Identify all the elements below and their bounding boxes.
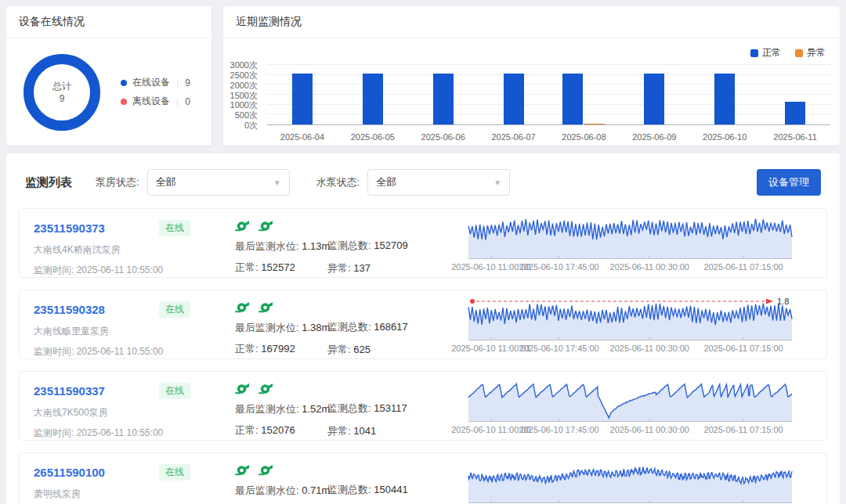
pump-room-status-value: 全部: [156, 175, 176, 189]
pump-room-status-select[interactable]: 全部 ▼: [147, 169, 290, 196]
total-value: 150441: [374, 484, 407, 495]
abnormal-label: 异常:: [327, 262, 351, 274]
sparkline-tick-label: 2025-06-11 00:30:00: [610, 425, 689, 434]
bar-chart-legend: 正常异常: [750, 46, 826, 59]
abnormal-count: 异常: 137: [327, 261, 436, 275]
sparkline-tick-label: 2025-06-10 17:45:00: [519, 425, 599, 434]
water-level-label: 最后监测水位:: [235, 322, 299, 333]
total-label: 监测总数:: [327, 239, 371, 251]
monitor-list-card: 监测列表 泵房状态: 全部 ▼ 水泵状态: 全部 ▼ 设备管理 23: [6, 153, 840, 504]
normal-count: 正常: 167992: [235, 342, 327, 356]
device-id-link[interactable]: 26511590100: [34, 466, 105, 479]
water-level-column: 最后监测水位: 1.13m 正常: 152572: [235, 215, 327, 271]
recent-monitor-bar-chart: 正常异常 0次500次1000次1500次2000次2500次3000次 202…: [223, 38, 840, 146]
monitor-time-value: 2025-06-11 10:55:00: [77, 346, 164, 357]
device-id-link[interactable]: 23511590337: [34, 384, 105, 398]
sparkline-tick-label: 2025-06-11 00:30:00: [610, 262, 689, 272]
monitor-time-value: 2025-06-11 10:55:00: [77, 427, 164, 438]
stats-column: 监测总数: 153117 异常: 1041: [327, 378, 436, 434]
device-name: 萧明线泵房: [34, 488, 190, 501]
stats-column: 监测总数: 150441 异常:: [327, 459, 436, 504]
water-pump-status-value: 全部: [376, 175, 396, 189]
water-level-column: 最后监测水位: 1.38m 正常: 167992: [235, 297, 327, 352]
device-id-link[interactable]: 23511590373: [34, 221, 105, 235]
pump-icon: [258, 382, 273, 394]
device-id-link[interactable]: 23511590328: [34, 303, 105, 316]
pump-icons: [235, 218, 327, 232]
bar-chart-x-axis: 2025-06-042025-06-052025-06-062025-06-07…: [267, 132, 830, 142]
online-count: 9: [185, 77, 190, 88]
last-water-level: 最后监测水位: 1.13m: [235, 239, 327, 254]
legend-item-异常: 异常: [795, 46, 826, 59]
legend-item-正常: 正常: [750, 46, 781, 59]
pump-room-status-filter: 泵房状态: 全部 ▼: [96, 169, 290, 196]
pump-icons: [235, 381, 327, 395]
device-info-column: 26511590100 在线 萧明线泵房 监测时间:: [34, 459, 190, 504]
sparkline-tick-label: 2025-06-11 07:15:00: [703, 262, 783, 272]
sparkline-tick-label: 2025-06-10 17:45:00: [519, 262, 599, 272]
monitor-list-title: 监测列表: [25, 175, 72, 190]
device-manage-button[interactable]: 设备管理: [757, 169, 821, 196]
last-water-level: 最后监测水位: 0.71m: [235, 484, 327, 498]
water-level-sparkline: 1.8 2025-06-10 11:00:012025-06-10 17:45:…: [468, 297, 792, 352]
device-online-body: 总计 9 在线设备 | 9 离线设备 | 0: [6, 38, 212, 146]
total-value: 152709: [374, 239, 407, 251]
legend-divider: |: [176, 77, 179, 88]
water-pump-status-filter: 水泵状态: 全部 ▼: [316, 169, 511, 196]
device-monitor-time: 监测时间: 2025-06-11 10:55:00: [34, 427, 190, 440]
device-donut-chart: 总计 9: [24, 54, 100, 131]
water-level-label: 最后监测水位:: [235, 484, 299, 496]
device-name: 大南线畈里童泵房: [34, 325, 190, 338]
monitor-time-label: 监测时间:: [34, 265, 74, 275]
normal-label: 正常:: [235, 261, 258, 273]
threshold-label: 1.8: [777, 297, 789, 306]
total-label: 监测总数:: [327, 484, 371, 495]
online-status-badge: 在线: [159, 220, 190, 236]
monitor-list-item: 23511590373 在线 大南线4K桥南沈泵房 监测时间: 2025-06-…: [19, 208, 827, 278]
total-count: 监测总数: 153117: [327, 401, 436, 416]
abnormal-value: 625: [353, 344, 371, 355]
device-online-card: 设备在线情况 总计 9 在线设备 | 9: [6, 6, 212, 146]
device-monitor-time: 监测时间: 2025-06-11 10:55:00: [34, 264, 190, 277]
normal-value: 152076: [261, 424, 295, 436]
online-dot-icon: [121, 80, 127, 86]
monitor-list-item: 26511590100 在线 萧明线泵房 监测时间:: [19, 452, 827, 504]
water-pump-status-select[interactable]: 全部 ▼: [367, 169, 510, 196]
monitor-time-value: 2025-06-11 10:55:00: [77, 265, 164, 275]
normal-label: 正常:: [235, 343, 258, 355]
pump-icon: [235, 382, 250, 394]
legend-divider: |: [176, 96, 179, 107]
bar-chart-plot-area: [267, 65, 830, 125]
water-pump-status-label: 水泵状态:: [316, 175, 360, 189]
monitor-time-label: 监测时间:: [34, 427, 74, 438]
pump-icon: [258, 219, 273, 232]
water-level-sparkline: 2025-06-10 11:00:002025-06-10 17:45:0020…: [468, 215, 792, 271]
stats-column: 监测总数: 152709 异常: 137: [327, 215, 436, 271]
chevron-down-icon: ▼: [494, 178, 501, 187]
stats-column: 监测总数: 168617 异常: 625: [327, 297, 436, 352]
sparkline-x-axis: 2025-06-10 11:00:002025-06-10 17:45:0020…: [468, 425, 792, 435]
water-level-value: 1.13m: [302, 240, 330, 252]
abnormal-count: 异常: 625: [327, 343, 436, 357]
monitor-list-rows: 23511590373 在线 大南线4K桥南沈泵房 监测时间: 2025-06-…: [6, 208, 840, 504]
sparkline-chart: [468, 215, 792, 259]
normal-count: 正常: 152572: [235, 261, 327, 275]
water-level-sparkline: [468, 459, 792, 504]
abnormal-count: 异常: 1041: [327, 424, 436, 438]
recent-monitor-card-header: 近期监测情况: [223, 6, 840, 38]
abnormal-value: 137: [353, 262, 371, 274]
bar-chart-y-axis: 0次500次1000次1500次2000次2500次3000次: [223, 65, 262, 125]
water-level-label: 最后监测水位:: [235, 240, 299, 252]
sparkline-x-axis: 2025-06-10 11:00:002025-06-10 17:45:0020…: [468, 262, 792, 272]
total-count: 监测总数: 168617: [327, 320, 436, 334]
total-count: 监测总数: 152709: [327, 239, 436, 253]
pump-icons: [235, 463, 327, 477]
online-label: 在线设备: [132, 76, 170, 89]
abnormal-label: 异常:: [327, 344, 351, 355]
last-water-level: 最后监测水位: 1.38m: [235, 321, 327, 335]
water-level-column: 最后监测水位: 0.71m 正常:: [235, 459, 327, 504]
monitor-list-item: 23511590328 在线 大南线畈里童泵房 监测时间: 2025-06-11…: [19, 290, 827, 359]
offline-count: 0: [185, 96, 190, 107]
normal-value: 167992: [261, 343, 295, 355]
sparkline-tick-label: 2025-06-11 00:30:00: [610, 344, 689, 353]
